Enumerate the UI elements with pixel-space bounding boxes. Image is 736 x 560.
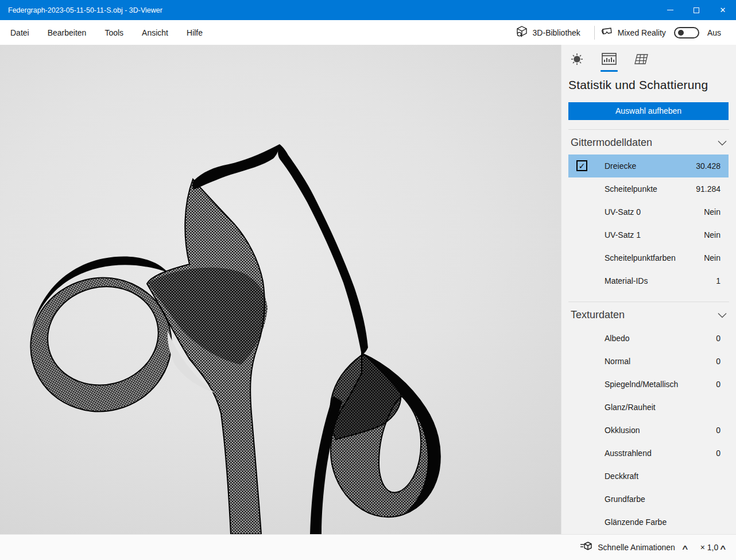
menu-item-bearbeiten[interactable]: Bearbeiten: [40, 20, 95, 45]
mixed-reality-icon: [601, 25, 613, 40]
3d-model-ribbon: [0, 45, 561, 534]
row-label: Scheitelpunktfarben: [605, 253, 704, 262]
row-label: Glänzende Farbe: [605, 517, 720, 527]
tab-lighting[interactable]: [567, 52, 587, 67]
row-label: Ausstrahlend: [605, 449, 716, 458]
row-value: 0: [716, 357, 720, 366]
toggle-knob: [678, 30, 684, 36]
maximize-icon: [694, 7, 699, 13]
row-value: 1: [716, 276, 720, 285]
row-value: 0: [716, 449, 720, 458]
row-value: 0: [716, 334, 720, 343]
menu-divider: [594, 26, 595, 40]
app-window: Federgraph-2023-05-11-50-11-S.obj - 3D-V…: [0, 0, 736, 560]
row-label: Dreiecke: [605, 161, 696, 171]
stat-row[interactable]: Albedo0: [568, 327, 729, 350]
deselect-button[interactable]: Auswahl aufheben: [568, 102, 729, 120]
mixed-reality-state-label: Aus: [707, 28, 721, 37]
row-label: UV-Satz 1: [605, 230, 704, 240]
row-value: 30.428: [696, 161, 720, 171]
row-value: 0: [716, 380, 720, 389]
stat-row[interactable]: UV-Satz 1Nein: [568, 223, 729, 246]
row-label: UV-Satz 0: [605, 207, 704, 217]
menu-item-ansicht[interactable]: Ansicht: [134, 20, 176, 45]
animations-label: Schnelle Animationen: [598, 543, 675, 552]
row-label: Albedo: [605, 334, 716, 343]
stat-row[interactable]: Glanz/Rauheit: [568, 396, 729, 419]
stat-row[interactable]: Material-IDs1: [568, 269, 729, 292]
stat-row[interactable]: Deckkraft: [568, 465, 729, 488]
row-value: Nein: [704, 253, 720, 262]
3d-library-label: 3D-Bibliothek: [533, 28, 580, 37]
animations-button[interactable]: Schnelle Animationen ∧: [580, 541, 689, 554]
section-header[interactable]: Gittermodelldaten: [561, 130, 736, 155]
stat-row[interactable]: Glänzende Farbe: [568, 511, 729, 534]
row-label: Normal: [605, 357, 716, 366]
close-icon: ✕: [720, 6, 726, 14]
speed-chevron-up-icon: ∧: [719, 543, 727, 551]
stat-row[interactable]: Spiegelnd/Metallisch0: [568, 373, 729, 396]
stat-row[interactable]: UV-Satz 0Nein: [568, 200, 729, 223]
stat-row[interactable]: Normal0: [568, 350, 729, 373]
statistics-icon: [601, 52, 617, 67]
section-title: Texturdaten: [571, 309, 625, 321]
row-label: Grundfarbe: [605, 495, 720, 504]
stat-row[interactable]: Okklusion0: [568, 419, 729, 442]
speed-selector[interactable]: × 1,0 ∧: [700, 543, 728, 552]
menu-item-hilfe[interactable]: Hilfe: [179, 20, 211, 45]
menu-bar: DateiBearbeitenToolsAnsichtHilfe 3D-Bibl…: [0, 20, 736, 45]
row-label: Scheitelpunkte: [605, 184, 696, 194]
row-checkbox[interactable]: ✓: [576, 160, 587, 171]
row-value: 0: [716, 426, 720, 435]
row-value: Nein: [704, 207, 720, 217]
mixed-reality-toggle[interactable]: [674, 27, 699, 38]
window-title: Federgraph-2023-05-11-50-11-S.obj - 3D-V…: [0, 6, 657, 14]
panel-tabs: [561, 45, 736, 74]
row-label: Deckkraft: [605, 472, 720, 481]
3d-library-icon: [516, 25, 528, 40]
bottom-bar: Schnelle Animationen ∧ × 1,0 ∧: [0, 534, 736, 560]
title-bar: Federgraph-2023-05-11-50-11-S.obj - 3D-V…: [0, 0, 736, 20]
sun-icon: [570, 52, 584, 67]
grid-icon: [633, 52, 649, 67]
maximize-button[interactable]: [683, 0, 710, 20]
chevron-down-icon: [718, 138, 727, 148]
animations-icon: [580, 541, 592, 554]
minimize-button[interactable]: [657, 0, 683, 20]
menu-item-tools[interactable]: Tools: [96, 20, 131, 45]
row-label: Glanz/Rauheit: [605, 403, 720, 412]
row-value: 91.284: [696, 184, 720, 194]
section-header[interactable]: Texturdaten: [561, 302, 736, 327]
chevron-down-icon: [718, 310, 727, 320]
tab-selected-underline: [601, 70, 618, 72]
stat-row[interactable]: Ausstrahlend0: [568, 442, 729, 465]
stat-row[interactable]: ✓Dreiecke30.428: [568, 155, 729, 177]
section-title: Gittermodelldaten: [571, 137, 652, 149]
3d-library-button[interactable]: 3D-Bibliothek: [508, 25, 588, 40]
mixed-reality-label: Mixed Reality: [618, 28, 666, 37]
stat-row[interactable]: Grundfarbe: [568, 488, 729, 511]
mixed-reality-group: Mixed Reality Aus: [601, 25, 736, 40]
tab-statistics[interactable]: [599, 52, 619, 72]
row-label: Spiegelnd/Metallisch: [605, 380, 716, 389]
3d-viewport[interactable]: [0, 45, 561, 534]
panel-heading: Statistik und Schattierung: [561, 74, 736, 92]
minimize-icon: [667, 10, 673, 10]
menu-item-datei[interactable]: Datei: [2, 20, 37, 45]
row-value: Nein: [704, 230, 720, 240]
row-label: Okklusion: [605, 426, 716, 435]
close-button[interactable]: ✕: [710, 0, 736, 20]
speed-label: × 1,0: [700, 543, 719, 552]
tab-wireframe[interactable]: [632, 52, 651, 67]
row-label: Material-IDs: [605, 276, 716, 285]
stats-panel: Statistik und Schattierung Auswahl aufhe…: [561, 45, 736, 534]
animations-chevron-up-icon: ∧: [681, 543, 689, 551]
stat-row[interactable]: ScheitelpunktfarbenNein: [568, 246, 729, 269]
stat-row[interactable]: Scheitelpunkte91.284: [568, 177, 729, 200]
